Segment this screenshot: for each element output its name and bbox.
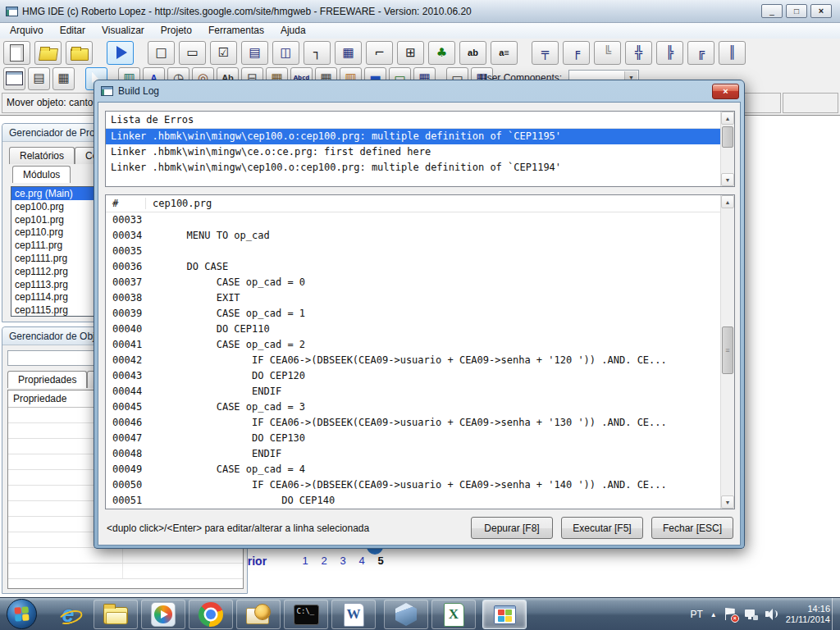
label-control-icon[interactable]: □ [148,41,175,65]
start-button[interactable] [7,599,37,629]
code-line[interactable]: 00048 ENDIF [106,446,734,462]
window-form-icon[interactable] [3,67,25,90]
document-icon[interactable]: ▤ [28,67,50,90]
scroll-up-icon[interactable]: ▲ [721,112,734,125]
internet-explorer-icon[interactable]: e [46,600,90,629]
pagination-page-link[interactable]: 1 [301,555,309,567]
error-list-item[interactable]: Linker .hbmk\win\mingw\cep100.o:cep100.p… [106,160,734,176]
scrollbar-thumb[interactable] [722,326,733,374]
combobox-control-icon[interactable]: ◫ [272,41,299,65]
command-prompt-icon[interactable]: C:\_ [284,600,328,629]
pagination-page-link[interactable]: 3 [339,555,347,567]
menu-item[interactable]: Projeto [153,23,200,39]
volume-icon[interactable] [765,608,778,621]
code-line[interactable]: 00043 DO CEP120 [106,368,734,384]
dialog-title-bar[interactable]: Build Log [94,80,744,102]
show-desktop-button[interactable] [832,598,840,630]
executar-button[interactable]: Executar [F5] [561,517,643,539]
grid-control-icon[interactable]: ▦ [335,41,362,65]
error-list-item[interactable]: Linker .hbmk\win\mingw\ce.o:ce.prg: firs… [106,144,734,160]
align-center-icon[interactable]: ╬ [625,41,652,65]
tab-relatorios[interactable]: Relatórios [9,147,75,164]
pagination-page-link[interactable]: 4 [358,555,366,567]
tab-propriedades[interactable]: Propriedades [7,371,87,388]
menu-item[interactable]: Ajuda [272,23,314,39]
toolbar-button[interactable] [97,41,103,65]
code-column-number[interactable]: # [106,198,145,209]
menu-item[interactable]: Ferramentas [200,23,272,39]
menu-item[interactable]: Visualizar [94,23,153,39]
code-line[interactable]: 00041 CASE op_cad = 2 [106,337,734,353]
code-line[interactable]: 00051 DO CEP140 [106,493,734,509]
image-control-icon[interactable]: ♣ [428,41,455,65]
code-line[interactable]: 00045 CASE op_cad = 3 [106,399,734,415]
restore-button[interactable]: □ [786,4,807,18]
depurar-button[interactable]: Depurar [F8] [471,517,553,539]
code-line[interactable]: 00046 IF CEA06->(DBSEEK(CEA09->usuario +… [106,415,734,431]
line-control-icon[interactable]: ┐ [304,41,331,65]
code-line[interactable]: 00034 MENU TO op_cad [106,228,734,244]
title-bar[interactable]: HMG IDE (c) Roberto Lopez - http://sites… [0,0,840,23]
pagination-page-link[interactable]: 2 [320,555,328,567]
scroll-down-icon[interactable]: ▼ [721,495,734,509]
code-line[interactable]: 00038 EXIT [106,290,734,306]
tab-modulos[interactable]: Módulos [12,166,71,183]
align-columns-icon[interactable]: ║ [719,41,746,65]
hmg-ide-taskbar-button[interactable] [482,600,527,629]
code-line[interactable]: 00044 ENDIF [106,384,734,399]
toolbar-button[interactable] [138,41,144,65]
toolbar-button[interactable] [77,67,83,90]
code-line[interactable]: 00035 [106,244,734,259]
minimize-button[interactable]: _ [761,4,783,18]
button-control-icon[interactable]: ▭ [179,41,206,65]
media-player-icon[interactable] [141,600,185,629]
fechar-button[interactable]: Fechar [ESC] [651,517,733,539]
code-line[interactable]: 00033 [106,212,734,228]
code-column-file[interactable]: cep100.prg [145,198,734,209]
scroll-up-icon[interactable]: ▲ [721,195,734,208]
clock[interactable]: 14:16 21/11/2014 [786,604,830,625]
slider-control-icon[interactable]: ⌐ [366,41,393,65]
open-project-icon[interactable] [34,41,62,65]
listbox-control-icon[interactable]: ▤ [241,41,268,65]
align-top-icon[interactable]: ╤ [532,41,559,65]
pagination-page-link[interactable]: 5 [377,555,385,567]
code-line[interactable]: 00042 IF CEA06->(DBSEEK(CEA09->usuario +… [106,353,734,368]
align-vertical-icon[interactable]: ╒ [563,41,590,65]
chrome-icon[interactable] [189,600,233,629]
menu-item[interactable]: Arquivo [2,23,52,39]
checkbox-control-icon[interactable]: ☑ [210,41,237,65]
property-grid-row[interactable] [8,564,243,579]
excel-icon[interactable]: X [431,600,476,629]
close-button[interactable]: × [810,4,832,18]
code-line[interactable]: 00047 DO CEP130 [106,431,734,446]
pattern-grid-icon[interactable]: ▦ [52,67,75,90]
property-grid-row[interactable] [8,548,243,564]
textbox-control-icon[interactable]: ab [459,41,486,65]
action-center-flag-icon[interactable]: × [724,608,737,621]
code-line[interactable]: 00049 CASE op_cad = 4 [106,462,734,477]
dialog-close-button[interactable]: × [712,84,739,99]
align-indent-icon[interactable]: ╔ [687,41,714,65]
spinner-control-icon[interactable]: ⊞ [397,41,424,65]
language-indicator[interactable]: PT [690,609,702,620]
run-button[interactable] [107,41,134,65]
code-line[interactable]: 00040 DO CEP110 [106,322,734,337]
editbox-control-icon[interactable]: a≡ [491,41,518,65]
error-list-item[interactable]: Linker .hbmk\win\mingw\cep100.o:cep100.p… [106,129,734,144]
code-line[interactable]: 00039 CASE op_cad = 1 [106,306,734,322]
align-middle-icon[interactable]: ╠ [656,41,683,65]
code-line[interactable]: 00036 DO CASE [106,259,734,275]
error-list-scrollbar[interactable]: ▲ ▼ [720,112,734,186]
hidden-icons-arrow[interactable]: ▲ [710,611,717,619]
save-project-icon[interactable] [66,41,93,65]
network-icon[interactable] [745,608,758,621]
outlook-icon[interactable] [236,600,281,629]
new-file-icon[interactable] [3,41,30,65]
code-line[interactable]: 00050 IF CEA06->(DBSEEK(CEA09->usuario +… [106,477,734,493]
scroll-down-icon[interactable]: ▼ [721,173,734,186]
windows-explorer-icon[interactable] [94,600,138,629]
code-line[interactable]: 00037 CASE op_cad = 0 [106,275,734,290]
code-list-scrollbar[interactable]: ▲ ▼ [720,195,734,509]
toolbar-button[interactable] [522,41,527,65]
